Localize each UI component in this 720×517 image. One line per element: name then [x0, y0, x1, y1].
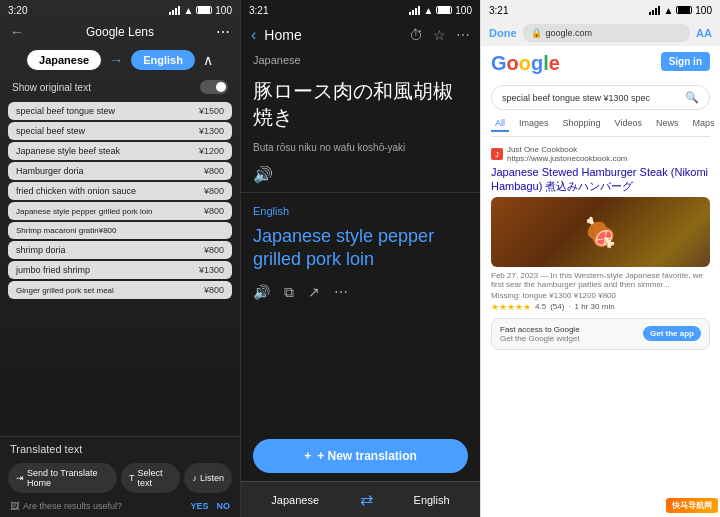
time-panel1: 3:20 — [8, 5, 27, 16]
menu-item-price: ¥1500 — [199, 106, 224, 116]
translate-icon: ⇥ — [16, 473, 24, 483]
translation-action-icons: 🔊 ⧉ ↗ ⋯ — [241, 276, 480, 309]
aa-button[interactable]: AA — [696, 27, 712, 39]
target-language-label: English — [241, 197, 480, 221]
lang-arrow-icon: → — [109, 52, 123, 68]
fast-access-banner: Fast access to Google Get the Google wid… — [491, 318, 710, 350]
translated-text-section: Translated text ⇥ Send to Translate Home… — [0, 436, 240, 517]
section-divider — [241, 192, 480, 193]
show-original-label: Show original text — [12, 82, 91, 93]
done-button[interactable]: Done — [489, 27, 517, 39]
bottom-target-lang[interactable]: English — [414, 494, 450, 506]
yes-no-buttons: YES NO — [190, 501, 230, 511]
menu-item-name: Shrimp macaroni gratin¥800 — [16, 226, 117, 235]
time-panel3: 3:21 — [489, 5, 508, 16]
no-button[interactable]: NO — [217, 501, 231, 511]
google-search-icon: 🔍 — [685, 91, 699, 104]
menu-item-name: Hamburger doria — [16, 166, 84, 176]
logo-o1: o — [507, 52, 519, 74]
chevron-up-icon[interactable]: ∧ — [203, 52, 213, 68]
sign-in-button[interactable]: Sign in — [661, 52, 710, 71]
logo-g: G — [491, 52, 507, 74]
speaker-icon[interactable]: 🔊 — [241, 161, 480, 188]
nav-action-icons: ⏱ ☆ ⋯ — [409, 27, 470, 43]
tab-news[interactable]: News — [652, 116, 683, 132]
more-options-icon[interactable]: ⋯ — [456, 27, 470, 43]
source-language-label: Japanese — [241, 50, 480, 70]
result-source-name: Just One Cookbook — [507, 145, 628, 154]
logo-o2: o — [519, 52, 531, 74]
tab-maps[interactable]: Maps — [688, 116, 718, 132]
get-app-button[interactable]: Get the app — [643, 326, 701, 341]
fast-access-subtitle: Get the Google widget — [500, 334, 580, 343]
status-bar-panel1: 3:20 ▲ 100 — [0, 0, 240, 20]
time-value: 1 hr 30 min — [575, 302, 615, 311]
more-icon[interactable]: ⋯ — [334, 284, 348, 300]
menu-item-name: special beef tongue stew — [16, 106, 115, 116]
list-item: Shrimp macaroni gratin¥800 — [8, 222, 232, 239]
translate-nav-bar: ‹ Home ⏱ ☆ ⋯ — [241, 20, 480, 50]
spacer — [241, 309, 480, 431]
translated-text-label: Translated text — [0, 437, 240, 459]
search-query-text: special beef tongue stew ¥1300 spec — [502, 93, 679, 103]
wifi-icon-panel2: ▲ — [423, 5, 433, 16]
menu-item-price: ¥1200 — [199, 146, 224, 156]
status-icons-panel1: ▲ 100 — [169, 5, 232, 16]
tab-images[interactable]: Images — [515, 116, 553, 132]
listen-button[interactable]: ♪ Listen — [184, 463, 232, 493]
list-item: Japanese style beef steak ¥1200 — [8, 142, 232, 160]
result-title[interactable]: Japanese Stewed Hamburger Steak (Nikomi … — [491, 165, 710, 194]
signal-icon-panel3 — [649, 5, 660, 15]
back-icon-panel1: ← — [10, 24, 24, 40]
back-arrow-icon[interactable]: ‹ — [251, 26, 256, 44]
battery-pct-panel2: 100 — [455, 5, 472, 16]
menu-item-price: ¥1300 — [199, 265, 224, 275]
romanji-text: Buta rōsu niku no wafu koshō-yaki — [241, 138, 480, 161]
menu-item-price: ¥800 — [204, 186, 224, 196]
tab-videos[interactable]: Videos — [611, 116, 646, 132]
result-favicon: J — [491, 148, 503, 160]
new-translation-button[interactable]: + + New translation — [253, 439, 468, 473]
send-to-translate-button[interactable]: ⇥ Send to Translate Home — [8, 463, 117, 493]
share-icon[interactable]: ↗ — [308, 284, 320, 300]
list-item: shrimp doria ¥800 — [8, 241, 232, 259]
status-icons-panel3: ▲ 100 — [649, 5, 712, 16]
search-result: J Just One Cookbook https://www.justonec… — [491, 145, 710, 312]
tab-shopping[interactable]: Shopping — [559, 116, 605, 132]
logo-g2: g — [531, 52, 543, 74]
search-bar[interactable]: special beef tongue stew ¥1300 spec 🔍 — [491, 85, 710, 110]
bottom-source-lang[interactable]: Japanese — [271, 494, 319, 506]
url-text: google.com — [546, 28, 593, 38]
star-icon[interactable]: ☆ — [433, 27, 446, 43]
history-icon[interactable]: ⏱ — [409, 27, 423, 43]
menu-item-name: jumbo fried shrimp — [16, 265, 90, 275]
signal-icon-panel2 — [409, 5, 420, 15]
fast-access-title: Fast access to Google — [500, 325, 580, 334]
menu-item-price: ¥800 — [204, 245, 224, 255]
target-language-pill[interactable]: English — [131, 50, 195, 70]
language-switch-icon[interactable]: ⇄ — [360, 490, 373, 509]
bottom-language-bar: Japanese ⇄ English — [241, 481, 480, 517]
url-bar[interactable]: 🔒 google.com — [523, 24, 691, 42]
time-panel2: 3:21 — [249, 5, 268, 16]
show-original-toggle-row: Show original text — [0, 76, 240, 98]
menu-item-price: ¥800 — [204, 206, 224, 216]
speaker2-icon[interactable]: 🔊 — [253, 284, 270, 300]
list-item: Japanese style pepper grilled pork loin … — [8, 202, 232, 220]
status-icons-panel2: ▲ 100 — [409, 5, 472, 16]
stars-icon: ★★★★★ — [491, 302, 531, 312]
list-item: jumbo fried shrimp ¥1300 — [8, 261, 232, 279]
tab-all[interactable]: All — [491, 116, 509, 132]
yes-button[interactable]: YES — [190, 501, 208, 511]
google-lens-topbar: ← Google Lens ⋯ — [0, 20, 240, 44]
source-language-pill[interactable]: Japanese — [27, 50, 101, 70]
more-icon-panel1[interactable]: ⋯ — [216, 24, 230, 40]
useful-question: 🖼 Are these results useful? — [10, 501, 122, 511]
copy-icon[interactable]: ⧉ — [284, 284, 294, 301]
lock-icon: 🔒 — [531, 28, 542, 38]
battery-icon-panel1 — [196, 5, 212, 16]
show-original-toggle[interactable] — [200, 80, 228, 94]
select-text-button[interactable]: T Select text — [121, 463, 180, 493]
google-search-panel: 3:21 ▲ 100 Done 🔒 google.com AA Google — [480, 0, 720, 517]
result-date: Feb 27, 2023 — In this Western-style Jap… — [491, 271, 710, 289]
